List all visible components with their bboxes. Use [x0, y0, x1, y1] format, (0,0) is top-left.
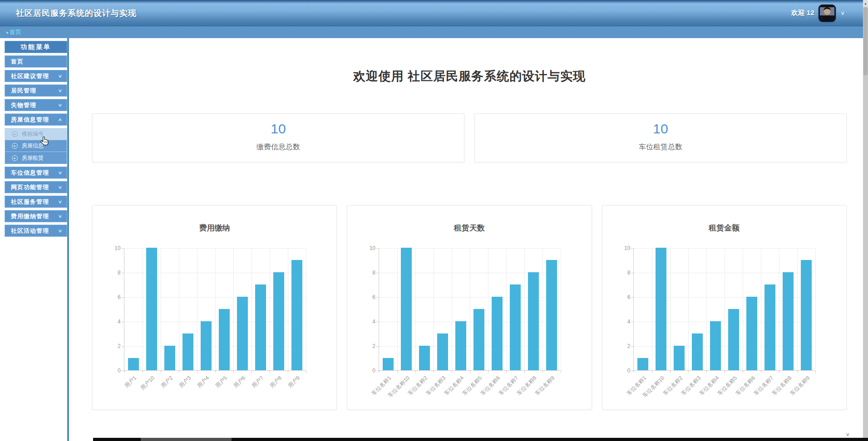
y-axis-tick	[631, 297, 634, 298]
vertical-scrollbar[interactable]: ▲	[863, 0, 868, 441]
submenu-arrow-icon: ▸	[12, 143, 18, 149]
chevron-down-icon: ∨	[58, 199, 63, 204]
chart-bar	[455, 321, 466, 370]
x-axis-tick	[488, 370, 488, 373]
gridline-vertical	[179, 248, 179, 370]
x-axis-label: 车位名称7	[497, 374, 520, 397]
gridline-vertical	[542, 248, 543, 370]
x-axis-tick	[306, 370, 306, 373]
x-axis-tick	[288, 370, 288, 373]
sidebar-item-社区活动管理[interactable]: 社区活动管理∨	[5, 225, 67, 237]
gridline-vertical	[143, 248, 143, 370]
x-axis-tick	[179, 370, 179, 373]
sidebar-item-房屋信息管理[interactable]: 房屋信息管理∧	[5, 113, 67, 126]
chart-title: 租赁金额	[602, 223, 846, 233]
y-axis-label: 10	[361, 245, 375, 251]
chart-bar	[674, 346, 685, 370]
x-axis-tick	[415, 370, 416, 373]
x-axis-tick	[124, 370, 125, 373]
app-window: 社区居民服务系统的设计与实现 欢迎 12 ∨ ● 首页 功能菜单 首页	[0, 0, 868, 441]
sidebar-item-车位信息管理[interactable]: 车位信息管理∨	[5, 167, 67, 179]
sidebar-subitem-房屋信息[interactable]: ▸房屋信息	[5, 140, 67, 152]
breadcrumb-bullet-icon: ●	[6, 30, 9, 35]
breadcrumb-home-link[interactable]: 首页	[10, 28, 21, 36]
sidebar-item-label: 居民管理	[11, 87, 36, 95]
y-axis-label: 4	[361, 318, 375, 325]
chevron-down-icon: ∨	[58, 170, 63, 175]
scrollbar-thumb[interactable]	[863, 7, 868, 75]
sidebar-item-社区建议管理[interactable]: 社区建议管理∨	[5, 70, 67, 82]
gridline-vertical	[197, 248, 197, 370]
gridline-vertical	[233, 248, 234, 370]
chart-bar	[255, 284, 266, 370]
chart-plot: 0246810车位名称1车位名称10车位名称2车位名称3车位名称4车位名称5车位…	[633, 248, 815, 371]
page-title: 欢迎使用 社区居民服务系统的设计与实现	[92, 68, 847, 84]
chart-bar	[237, 297, 248, 370]
chevron-down-icon: ∨	[58, 88, 63, 93]
user-avatar[interactable]	[819, 5, 836, 22]
user-menu-chevron-down-icon[interactable]: ∨	[840, 10, 845, 16]
x-axis-tick	[542, 370, 543, 373]
submenu-arrow-icon: ▸	[12, 131, 18, 137]
menu-header: 功能菜单	[5, 41, 67, 53]
sidebar-item-社区服务管理[interactable]: 社区服务管理∨	[5, 196, 67, 208]
sidebar-item-失物管理[interactable]: 失物管理∨	[5, 99, 67, 111]
chart-bar	[510, 284, 521, 370]
x-axis-label: 用户4	[196, 374, 211, 390]
x-axis-tick	[143, 370, 143, 373]
x-axis-tick	[815, 370, 816, 373]
x-axis-label: 用户6	[232, 374, 247, 390]
stat-value: 10	[93, 121, 464, 137]
gridline-vertical	[306, 248, 306, 370]
chart-bar	[746, 297, 757, 370]
x-axis-label: 用户10	[139, 374, 156, 392]
y-axis-label: 0	[361, 368, 375, 374]
header-bar: 社区居民服务系统的设计与实现 欢迎 12 ∨	[0, 0, 863, 26]
x-axis-tick	[506, 370, 507, 373]
header-user-area: 欢迎 12 ∨	[791, 5, 845, 22]
sidebar-item-居民管理[interactable]: 居民管理∨	[5, 84, 67, 97]
x-axis-tick	[688, 370, 689, 373]
gridline-vertical	[270, 248, 270, 370]
chart-bar	[692, 333, 703, 370]
y-axis-tick	[631, 248, 634, 249]
chart-title: 费用缴纳	[93, 223, 336, 233]
gridline-vertical	[706, 248, 707, 370]
stat-card-row: 10缴费信息总数10车位租赁总数	[92, 113, 847, 162]
y-axis-label: 6	[361, 294, 375, 300]
y-axis-label: 4	[616, 318, 630, 325]
chart-card: 租赁金额0246810车位名称1车位名称10车位名称2车位名称3车位名称4车位名…	[602, 205, 847, 410]
scroll-up-arrow-icon[interactable]: ▲	[863, 0, 868, 7]
gridline-vertical	[688, 248, 689, 370]
sidebar-item-首页[interactable]: 首页	[5, 55, 67, 68]
sidebar-item-label: 失物管理	[11, 101, 36, 109]
x-axis-label: 车位名称6	[479, 374, 502, 397]
chart-bar	[637, 358, 648, 370]
stat-card: 10车位租赁总数	[474, 113, 847, 162]
bottom-strip-segment	[141, 438, 232, 441]
gridline-vertical	[524, 248, 525, 370]
sidebar-item-网页功能管理[interactable]: 网页功能管理∨	[5, 181, 67, 193]
chevron-down-icon: ∨	[58, 74, 63, 78]
sidebar-subitem-label: 房屋租赁	[22, 154, 44, 162]
stat-label: 车位租赁总数	[475, 142, 846, 152]
chart-row: 费用缴纳0246810用户1用户10用户2用户3用户4用户5用户6用户7用户8用…	[92, 205, 847, 410]
x-axis-label: 用户5	[214, 374, 229, 390]
sidebar-item-费用缴纳管理[interactable]: 费用缴纳管理∨	[5, 210, 67, 222]
y-axis-tick	[122, 273, 124, 273]
x-axis-label: 车位名称3	[424, 374, 448, 397]
sidebar-subitem-房屋租赁[interactable]: ▸房屋租赁	[5, 152, 67, 164]
chart-bar	[146, 248, 157, 370]
sidebar-item-label: 首页	[11, 58, 24, 66]
x-axis-tick	[670, 370, 671, 373]
chart-bar	[801, 260, 812, 370]
y-axis-label: 4	[106, 318, 121, 325]
x-axis-tick	[561, 370, 561, 373]
chart-bar	[291, 260, 302, 370]
sidebar-divider	[67, 38, 69, 441]
chevron-down-icon: ∨	[58, 185, 63, 190]
sidebar-subitem-楼栋编号[interactable]: ▸楼栋编号	[5, 128, 67, 140]
y-axis-tick	[122, 346, 124, 347]
chart-bar	[273, 272, 284, 370]
stat-card: 10缴费信息总数	[92, 113, 464, 162]
